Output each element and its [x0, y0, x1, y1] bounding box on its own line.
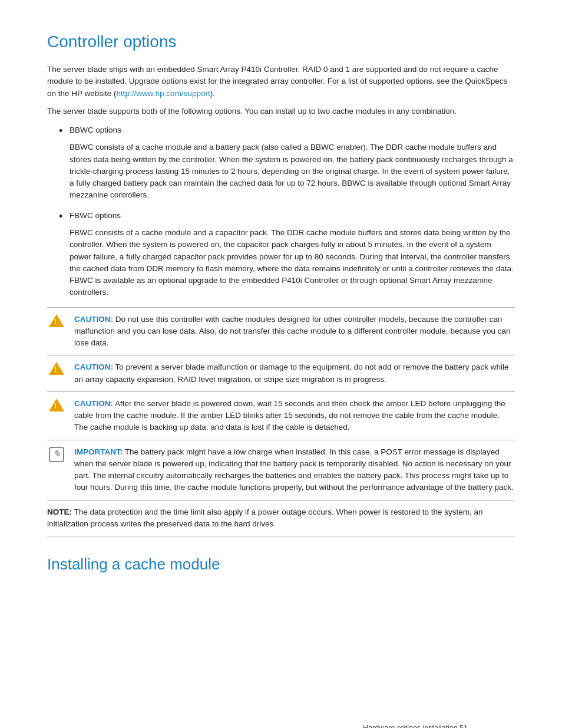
- caution-label-2: CAUTION:: [74, 363, 113, 371]
- important-notice: IMPORTANT: The battery pack might have a…: [47, 440, 515, 500]
- note-label: NOTE:: [47, 508, 72, 516]
- bullet-item-fbwc: • FBWC options: [59, 210, 515, 223]
- caution-text-3: CAUTION: After the server blade is power…: [74, 398, 515, 434]
- caution-notice-2: CAUTION: To prevent a server blade malfu…: [47, 355, 515, 392]
- caution-triangle-icon-1: [49, 314, 64, 327]
- caution-body-2: To prevent a server blade malfunction or…: [74, 363, 508, 383]
- footer-line: Hardware options installation 51: [363, 723, 468, 728]
- intro-para-1: The server blade ships with an embedded …: [47, 64, 515, 100]
- page-wrapper: Controller options The server blade ship…: [47, 29, 515, 728]
- caution-notice-1: CAUTION: Do not use this controller with…: [47, 308, 515, 356]
- caution-label-1: CAUTION:: [74, 315, 113, 324]
- hp-support-link[interactable]: http://www.hp.com/support: [117, 89, 210, 98]
- bullet-dot-bbwc: •: [59, 124, 70, 138]
- note-text: NOTE: The data protection and the time l…: [47, 506, 515, 531]
- note-body: The data protection and the time limit a…: [47, 508, 483, 528]
- caution-icon-1: [47, 314, 66, 327]
- caution-text-2: CAUTION: To prevent a server blade malfu…: [74, 361, 515, 386]
- caution-body-3: After the server blade is powered down, …: [74, 399, 505, 432]
- caution-icon-2: [47, 361, 66, 375]
- important-text: IMPORTANT: The battery pack might have a…: [74, 446, 515, 494]
- important-label: IMPORTANT:: [74, 447, 123, 456]
- fbwc-description: FBWC consists of a cache module and a ca…: [70, 227, 515, 299]
- caution-notice-3: CAUTION: After the server blade is power…: [47, 392, 515, 440]
- caution-body-1: Do not use this controller with cache mo…: [74, 315, 510, 348]
- bullet-item-bbwc: • BBWC options: [59, 124, 515, 138]
- note-notice: NOTE: The data protection and the time l…: [47, 500, 515, 537]
- notices-group: CAUTION: Do not use this controller with…: [47, 307, 515, 537]
- important-icon-wrapper: [47, 446, 66, 462]
- fbwc-label: FBWC options: [70, 210, 121, 222]
- bbwc-description: BBWC consists of a cache module and a ba…: [70, 141, 515, 201]
- bullet-section: • BBWC options BBWC consists of a cache …: [59, 124, 515, 299]
- section2-title: Installing a cache module: [47, 553, 515, 576]
- bullet-dot-fbwc: •: [59, 210, 70, 223]
- caution-triangle-icon-3: [49, 398, 64, 411]
- important-icon: [49, 447, 64, 462]
- caution-icon-3: [47, 398, 66, 411]
- important-body: The battery pack might have a low charge…: [74, 447, 514, 492]
- caution-triangle-icon-2: [49, 362, 64, 375]
- bbwc-label: BBWC options: [70, 124, 121, 136]
- caution-label-3: CAUTION:: [74, 399, 113, 408]
- intro-para-2: The server blade supports both of the fo…: [47, 106, 515, 117]
- caution-text-1: CAUTION: Do not use this controller with…: [74, 314, 515, 350]
- page-title: Controller options: [47, 29, 515, 54]
